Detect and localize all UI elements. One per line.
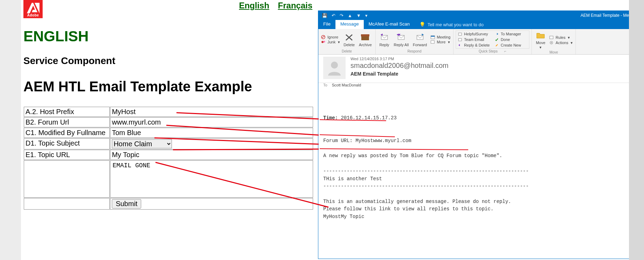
reply-all-icon — [396, 33, 406, 42]
adobe-a-icon — [27, 3, 39, 13]
message-to-line: To Scott MacDonald — [318, 83, 644, 90]
page-title: AEM HTL Email Template Example — [23, 79, 252, 94]
web-page-panel: Adobe English Français ENGLISH Service C… — [0, 0, 318, 260]
quickstep-helpfulsurvey[interactable]: HelpfulSurvey — [457, 31, 492, 36]
reply-button[interactable]: Reply — [378, 32, 391, 48]
quickstep-icon — [495, 32, 499, 36]
message-date: Wed 12/14/2016 3:17 PM — [350, 57, 639, 61]
person-icon — [326, 59, 343, 76]
table-row: Submit — [24, 198, 313, 210]
reply-all-button[interactable]: Reply All — [392, 32, 410, 48]
more-icon — [430, 40, 435, 44]
host-prefix-input[interactable] — [112, 108, 311, 116]
rules-icon — [549, 35, 554, 40]
undo-icon[interactable]: ↶ — [332, 13, 335, 18]
delete-icon — [344, 33, 354, 42]
meeting-icon — [430, 35, 435, 39]
body-test-line: THis is another Test — [323, 176, 382, 182]
lang-english-link[interactable]: English — [239, 1, 269, 10]
table-row: EMAIL GONE — [24, 160, 313, 198]
table-row: E1. Topic URL — [24, 150, 313, 160]
ribbon: Ignore Junk ▾ Delete Archive Delete — [318, 29, 644, 55]
group-label-respond: Respond — [378, 49, 451, 54]
to-recipient: Scott MacDonald — [332, 83, 361, 87]
ribbon-group-quicksteps: HelpfulSurvey Team Email Reply & Delete … — [454, 29, 532, 54]
to-label: To — [323, 83, 327, 87]
svg-rect-13 — [431, 41, 434, 43]
forward-button[interactable]: Forward — [412, 32, 428, 48]
quickstep-createnew[interactable]: Create New — [493, 43, 528, 48]
delete-button[interactable]: Delete — [342, 32, 356, 48]
svg-rect-7 — [361, 34, 369, 36]
table-row: D1. Topic Subject Home Claim — [24, 138, 313, 149]
qat-more-icon[interactable]: ▾ — [365, 13, 368, 18]
outlook-message-window: 💾 ↶ ↷ ▲ ▼ ▾ AEM Email Template - Message… — [318, 10, 644, 259]
body-separator: ----------------------------------------… — [323, 168, 529, 174]
tell-me-search[interactable]: 💡 Tell me what you want to do — [414, 20, 488, 29]
modified-by-input[interactable] — [112, 129, 311, 137]
ignore-button[interactable]: Ignore — [320, 35, 341, 39]
tab-mcafee[interactable]: McAfee E-mail Scan — [364, 20, 415, 29]
body-follow-line: Please follow this link to view all repl… — [323, 206, 493, 212]
prev-item-icon[interactable]: ▲ — [348, 13, 352, 18]
quickstep-icon — [495, 38, 499, 42]
svg-point-18 — [551, 42, 552, 43]
message-header: Wed 12/14/2016 3:17 PM smacdonald2006@ho… — [318, 55, 644, 83]
redo-icon[interactable]: ↷ — [340, 13, 343, 18]
ribbon-group-move: Move▾ Rules ▾ Actions ▾ Move — [532, 29, 576, 54]
body-forum-value: MyHostwww.myurl.com — [355, 138, 411, 143]
table-row: C1. Modified By Fullname — [24, 128, 313, 138]
move-button[interactable]: Move▾ — [534, 30, 547, 50]
quickstep-teamemail[interactable]: Team Email — [457, 37, 492, 42]
tell-me-label: Tell me what you want to do — [427, 22, 483, 27]
tab-message[interactable]: Message — [335, 20, 364, 29]
svg-line-1 — [322, 36, 325, 38]
svg-point-19 — [331, 62, 338, 69]
service-component-heading: Service Component — [23, 55, 115, 66]
next-item-icon[interactable]: ▼ — [356, 13, 361, 18]
svg-rect-16 — [550, 36, 553, 39]
svg-rect-12 — [431, 36, 435, 37]
modified-by-label: C1. Modified By Fullname — [24, 128, 110, 138]
quickstep-icon — [458, 43, 462, 47]
submit-button[interactable]: Submit — [112, 199, 141, 209]
ribbon-group-respond: Reply Reply All Forward Meeting — [376, 29, 454, 54]
ribbon-tabs: File Message McAfee E-mail Scan 💡 Tell m… — [318, 20, 644, 29]
group-label-move: Move — [534, 50, 573, 55]
outlook-titlebar: 💾 ↶ ↷ ▲ ▼ ▾ AEM Email Template - Message — [318, 11, 644, 20]
message-body: Time: 2016.12.14.15.17.23 Forum URL: MyH… — [318, 90, 644, 226]
quickstep-tomanager[interactable]: To Manager — [493, 31, 528, 36]
topic-url-label: E1. Topic URL — [24, 150, 110, 160]
topic-url-input[interactable] — [112, 151, 311, 159]
tab-file[interactable]: File — [318, 20, 335, 29]
archive-icon — [360, 33, 370, 42]
quickstep-done[interactable]: Done — [493, 37, 528, 42]
body-forum-label: Forum URL: — [323, 138, 353, 143]
quickstep-replydelete[interactable]: Reply & Delete — [457, 43, 492, 48]
group-label-delete: Delete — [320, 49, 373, 54]
junk-button[interactable]: Junk ▾ — [320, 40, 341, 44]
rules-button[interactable]: Rules ▾ — [549, 35, 573, 40]
body-separator: ----------------------------------------… — [323, 183, 529, 189]
adobe-logo-text: Adobe — [27, 13, 39, 17]
forum-url-input[interactable] — [112, 118, 311, 126]
table-row: B2. Forum Url — [24, 117, 313, 127]
archive-button[interactable]: Archive — [357, 32, 373, 48]
body-reply-line: A new reply was posted by Tom Blue for C… — [323, 153, 502, 159]
email-body-textarea[interactable]: EMAIL GONE — [112, 161, 311, 195]
topic-subject-label: D1. Topic Subject — [24, 138, 110, 149]
lang-francais-link[interactable]: Français — [278, 1, 312, 10]
meeting-button[interactable]: Meeting — [430, 35, 451, 39]
svg-point-2 — [321, 41, 324, 43]
email-template-form: A.2. Host Prefix B2. Forum Url C1. Modif… — [23, 106, 313, 210]
svg-rect-15 — [458, 38, 462, 41]
forward-icon — [415, 33, 425, 42]
actions-icon — [549, 41, 554, 45]
group-label-quicksteps: Quick Steps ⌐ — [456, 49, 529, 54]
save-icon[interactable]: 💾 — [322, 13, 327, 18]
quickstep-icon — [458, 32, 462, 36]
lightbulb-icon: 💡 — [419, 22, 425, 27]
actions-button[interactable]: Actions ▾ — [549, 41, 573, 45]
topic-subject-select[interactable]: Home Claim — [112, 139, 172, 148]
respond-more-button[interactable]: More ▾ — [430, 40, 451, 44]
